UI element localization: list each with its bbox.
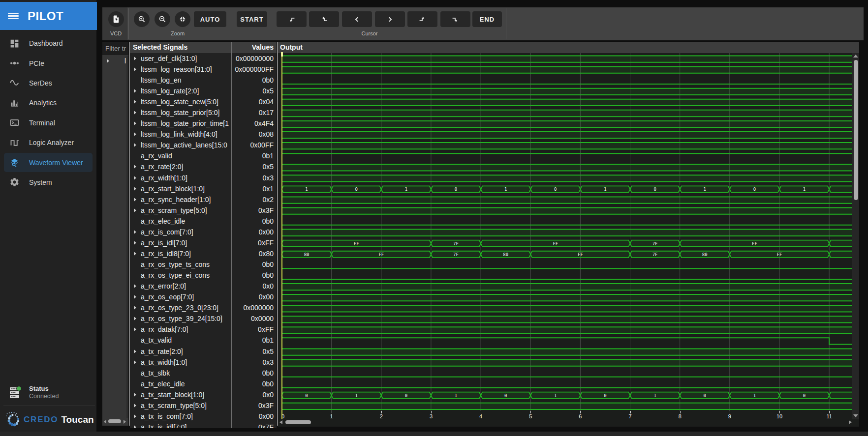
signal-row[interactable]: ltssm_log_rate[2:0]0x5 [130,86,277,96]
signal-expand-icon[interactable] [134,132,136,136]
signal-row[interactable]: a_tx_start_block[1:0]0x0 [130,389,277,400]
signal-expand-icon[interactable] [134,67,136,71]
sidebar-item-analytics[interactable]: Analytics [0,93,96,113]
tree-item[interactable]: l [102,56,128,66]
signal-row[interactable]: ltssm_log_link_width[4:0]0x08 [130,129,277,140]
signal-row[interactable]: a_rx_rate[2:0]0x5 [130,161,277,172]
signal-row[interactable]: a_tx_is_idl[7:0]0x7F [130,422,277,428]
wave-vscroll-thumb[interactable] [854,60,858,200]
signal-expand-icon[interactable] [134,100,136,104]
signal-expand-icon[interactable] [134,198,136,202]
signal-row[interactable]: a_tx_rate[2:0]0x5 [130,346,277,356]
scroll-down-icon[interactable] [853,414,858,417]
sidebar-item-dashboard[interactable]: Dashboard [0,33,96,53]
signal-row[interactable]: ltssm_log_active_lanes[15:00x00FF [130,140,277,150]
cursor-prev-rising-edge-button[interactable] [309,11,339,27]
cursor-next-falling-edge-button[interactable] [440,11,470,27]
wave-vertical-scrollbar[interactable] [852,53,859,419]
signal-expand-icon[interactable] [134,165,136,169]
signal-expand-icon[interactable] [134,327,136,331]
sidebar-item-logic-analyzer[interactable]: Logic Analyzer [0,133,96,152]
wave-hscroll-thumb[interactable] [285,420,311,424]
tree-horizontal-scrollbar[interactable] [102,418,128,426]
signal-row[interactable]: ltssm_log_reason[31:0]0x000000FF [130,64,277,75]
scroll-left-icon[interactable] [279,420,282,424]
sidebar-item-waveform-viewer[interactable]: Waveform Viewer [0,152,96,172]
signal-row[interactable]: a_rx_os_type_39_24[15:0]0x0000 [130,313,277,324]
signal-row[interactable]: ltssm_log_state_prior_time[10x4F4 [130,118,277,129]
signal-row[interactable]: a_rx_os_type_ei_cons0b0 [130,270,277,281]
signal-row[interactable]: a_rx_os_type_ts_cons0b0 [130,259,277,270]
signal-expand-icon[interactable] [134,393,136,397]
signal-row[interactable]: ltssm_log_state_new[5:0]0x04 [130,96,277,107]
tree-vertical-scrollbar[interactable] [126,56,128,418]
cursor-step-left-button[interactable] [342,11,372,27]
signal-expand-icon[interactable] [134,425,136,428]
signal-expand-icon[interactable] [134,349,136,353]
signal-row[interactable]: a_rx_is_idl8[7:0]0x80 [130,248,277,259]
signal-expand-icon[interactable] [134,208,136,212]
signal-expand-icon[interactable] [134,111,136,115]
signal-expand-icon[interactable] [134,121,136,125]
sidebar-item-serdes[interactable]: SerDes [0,73,96,93]
cursor-start-button[interactable]: START [237,11,267,27]
vcd-button[interactable] [108,11,124,27]
signal-row[interactable]: a_rx_width[1:0]0x3 [130,172,277,183]
signal-expand-icon[interactable] [134,57,136,60]
signal-row[interactable]: a_rx_scram_type[5:0]0x3F [130,205,277,216]
signal-row[interactable]: a_rx_elec_idle0b0 [130,216,277,227]
signal-expand-icon[interactable] [134,89,136,93]
signal-row[interactable]: a_rx_valid0b1 [130,150,277,161]
signal-row[interactable]: a_rx_datak[7:0]0xFF [130,324,277,335]
waveform-canvas[interactable]: 10101010101FF7FFF7FFF80FF7F80FF7F80FF010… [278,53,859,411]
signal-expand-icon[interactable] [134,360,136,364]
scroll-right-icon[interactable] [124,420,126,424]
cursor-step-right-button[interactable] [375,11,405,27]
sidebar-item-pcie[interactable]: PCIe [0,53,96,73]
signal-expand-icon[interactable] [134,414,136,418]
menu-hamburger-icon[interactable] [8,13,19,19]
scroll-up-icon[interactable] [853,55,858,58]
signal-row[interactable]: ltssm_log_state_prior[5:0]0x17 [130,107,277,118]
cursor-end-button[interactable]: END [472,11,502,27]
column-divider[interactable] [231,42,232,428]
time-cursor[interactable] [281,52,282,419]
sidebar-item-terminal[interactable]: Terminal [0,113,96,133]
signal-expand-icon[interactable] [134,187,136,191]
zoom-auto-button[interactable]: AUTO [194,11,226,27]
zoom-in-button[interactable] [134,11,150,27]
signal-row[interactable]: a_rx_os_eop[7:0]0x00 [130,291,277,302]
scroll-left-icon[interactable] [104,420,106,424]
signal-expand-icon[interactable] [134,252,136,256]
zoom-fit-button[interactable] [175,11,190,27]
signal-expand-icon[interactable] [134,143,136,147]
signal-row[interactable]: a_rx_sync_header[1:0]0x2 [130,194,277,205]
filter-input[interactable]: Filter tr [102,42,128,55]
zoom-out-button[interactable] [155,11,170,27]
signal-row[interactable]: a_tx_valid0b1 [130,335,277,346]
signal-row[interactable]: a_rx_is_com[7:0]0x00 [130,227,277,237]
signal-row[interactable]: a_tx_width[1:0]0x3 [130,357,277,368]
signal-expand-icon[interactable] [134,241,136,245]
signal-row[interactable]: user_def_clk[31:0]0x00000000 [130,53,277,64]
signal-expand-icon[interactable] [134,284,136,288]
signal-expand-icon[interactable] [134,404,136,407]
signal-row[interactable]: ltssm_log_en0b0 [130,75,277,86]
cursor-next-rising-edge-button[interactable] [407,11,437,27]
signal-row[interactable]: a_rx_os_type_23_0[23:0]0x000000 [130,302,277,313]
tree-expand-icon[interactable] [107,59,109,63]
scroll-right-icon[interactable] [849,420,852,424]
signal-expand-icon[interactable] [134,230,136,234]
signal-row[interactable]: a_rx_start_block[1:0]0x1 [130,183,277,194]
signal-row[interactable]: a_tx_is_com[7:0]0x00 [130,411,277,422]
signal-expand-icon[interactable] [134,176,136,180]
sidebar-item-system[interactable]: System [0,173,96,192]
signal-row[interactable]: a_rx_is_idl[7:0]0xFF [130,237,277,248]
wave-horizontal-scrollbar[interactable] [278,419,859,427]
signal-row[interactable]: a_tx_slbk0b0 [130,368,277,378]
signal-expand-icon[interactable] [134,306,136,310]
signal-row[interactable]: a_tx_elec_idle0b0 [130,378,277,389]
signal-expand-icon[interactable] [134,295,136,299]
signal-expand-icon[interactable] [134,317,136,320]
signal-row[interactable]: a_rx_error[2:0]0x0 [130,281,277,291]
